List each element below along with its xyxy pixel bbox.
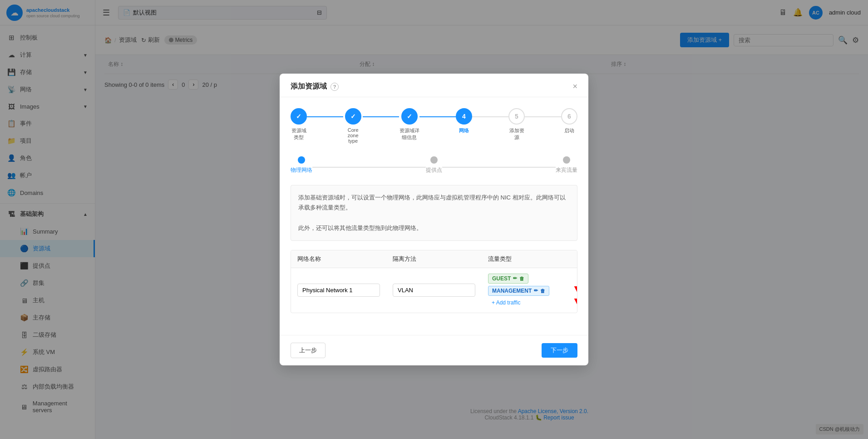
- info-text-2: 此外，还可以将其他流量类型拖到此物理网络。: [298, 223, 570, 233]
- modal: 添加资源域 ? × ✓ 资源域类型 ✓ Core zone type: [280, 74, 588, 365]
- connector-2-3: [363, 116, 399, 117]
- col-traffic-type: 流量类型: [482, 250, 577, 268]
- sub-connector-1: [312, 167, 426, 168]
- red-arrow-2: [573, 284, 577, 306]
- sub-dot-guest: [563, 156, 570, 164]
- edit-icon[interactable]: ✏: [513, 275, 517, 281]
- modal-title-text: 添加资源域: [291, 82, 327, 91]
- isolation-input[interactable]: [393, 284, 475, 297]
- info-text-1: 添加基础资源域时，可以设置一个物理网络，此网络应与虚拟机管理程序中的 NIC 相…: [298, 193, 570, 213]
- modal-body: ✓ 资源域类型 ✓ Core zone type ✓ 资源域详细信息: [280, 97, 588, 334]
- network-table-row: GUEST ✏ 🗑: [291, 268, 577, 313]
- back-button[interactable]: 上一步: [291, 343, 326, 358]
- network-table-header: 网络名称 隔离方法 流量类型: [291, 250, 577, 268]
- sub-steps: 物理网络 提供点 来宾流量: [291, 156, 577, 174]
- step-2: ✓ Core zone type: [343, 108, 363, 144]
- add-traffic-button[interactable]: + Add traffic: [488, 298, 571, 307]
- sub-step-guest: 来宾流量: [556, 156, 577, 174]
- step-5-circle: 5: [508, 108, 525, 125]
- edit-icon-2[interactable]: ✏: [534, 288, 538, 294]
- management-tag-wrapper: MANAGEMENT ✏ 🗑: [488, 286, 571, 296]
- traffic-tags: GUEST ✏ 🗑: [488, 274, 571, 307]
- sub-dot-pods: [430, 156, 438, 164]
- step-4: 4 网络: [456, 108, 472, 134]
- guest-label: GUEST: [492, 275, 511, 282]
- sub-step-physical: 物理网络: [291, 156, 312, 174]
- isolation-col: [386, 278, 482, 302]
- guest-traffic-tag[interactable]: GUEST ✏ 🗑: [488, 274, 528, 284]
- connector-5-6: [525, 116, 561, 117]
- delete-icon-2[interactable]: 🗑: [540, 288, 545, 294]
- sub-label-guest: 来宾流量: [556, 166, 577, 174]
- network-name-col: [291, 278, 386, 302]
- col-network-name: 网络名称: [291, 250, 386, 268]
- next-button[interactable]: 下一步: [542, 343, 577, 358]
- step-1: ✓ 资源域类型: [291, 108, 307, 141]
- step-5-label: 添加资源: [508, 127, 525, 141]
- step-6-label: 启动: [564, 127, 574, 134]
- step-3-label: 资源域详细信息: [399, 127, 419, 141]
- sub-connector-2: [442, 167, 556, 168]
- connector-1-2: [307, 116, 343, 117]
- step-3: ✓ 资源域详细信息: [399, 108, 419, 141]
- info-box: 添加基础资源域时，可以设置一个物理网络，此网络应与虚拟机管理程序中的 NIC 相…: [291, 185, 577, 240]
- step-6-circle: 6: [561, 108, 577, 125]
- step-5: 5 添加资源: [508, 108, 525, 141]
- modal-footer: 上一步 下一步: [280, 335, 588, 365]
- modal-close-button[interactable]: ×: [572, 82, 577, 91]
- network-name-input[interactable]: [297, 284, 380, 297]
- traffic-col: GUEST ✏ 🗑: [482, 268, 577, 313]
- management-label: MANAGEMENT: [492, 288, 532, 294]
- col-isolation: 隔离方法: [386, 250, 482, 268]
- step-2-circle: ✓: [345, 108, 361, 125]
- step-4-circle: 4: [456, 108, 472, 125]
- modal-overlay[interactable]: 添加资源域 ? × ✓ 资源域类型 ✓ Core zone type: [0, 0, 868, 439]
- step-3-circle: ✓: [401, 108, 418, 125]
- sub-label-physical: 物理网络: [291, 166, 312, 174]
- help-icon[interactable]: ?: [330, 83, 339, 91]
- network-table: 网络名称 隔离方法 流量类型: [291, 250, 577, 313]
- delete-icon[interactable]: 🗑: [519, 276, 524, 281]
- modal-title: 添加资源域 ?: [291, 82, 339, 91]
- connector-4-5: [472, 116, 508, 117]
- guest-tag-wrapper: GUEST ✏ 🗑: [488, 274, 571, 284]
- management-traffic-tag[interactable]: MANAGEMENT ✏ 🗑: [488, 286, 549, 296]
- connector-3-4: [419, 116, 456, 117]
- red-arrow-1: [573, 271, 577, 294]
- step-1-label: 资源域类型: [291, 127, 307, 141]
- modal-header: 添加资源域 ? ×: [280, 74, 588, 97]
- step-2-label: Core zone type: [343, 127, 363, 144]
- step-wizard: ✓ 资源域类型 ✓ Core zone type ✓ 资源域详细信息: [291, 108, 577, 144]
- step-6: 6 启动: [561, 108, 577, 134]
- step-1-circle: ✓: [291, 108, 307, 125]
- step-4-label: 网络: [459, 127, 469, 134]
- sub-step-pods: 提供点: [426, 156, 442, 174]
- sub-label-pods: 提供点: [426, 166, 442, 174]
- sub-dot-physical: [298, 156, 305, 164]
